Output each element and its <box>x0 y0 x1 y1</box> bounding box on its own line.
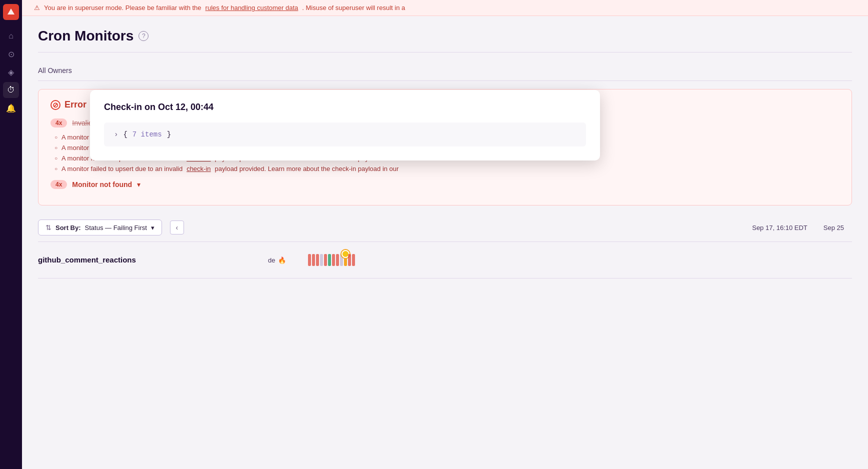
tooltip-json-area: › { 7 items } <box>104 122 586 146</box>
timeline-bar-empty <box>320 254 323 266</box>
sort-icon: ⇅ <box>46 224 52 232</box>
checkin-link-4[interactable]: check-in <box>186 165 210 172</box>
sidebar-nav-issues[interactable]: ⊙ <box>3 46 19 62</box>
sidebar-logo[interactable] <box>3 4 19 20</box>
timeline-bar-warning[interactable] <box>344 254 347 266</box>
superuser-link[interactable]: rules for handling customer data <box>206 4 298 12</box>
json-close-brace: } <box>167 130 171 138</box>
error-group-monitor-not-found: 4x Monitor not found ▾ <box>50 180 840 189</box>
sidebar-nav-performance[interactable]: ◈ <box>3 64 19 80</box>
header-divider <box>38 52 852 52</box>
checkin-tooltip: Check-in on Oct 12, 00:44 › { 7 items } <box>90 90 600 160</box>
error-title: Error <box>64 100 86 110</box>
fire-icon: 🔥 <box>278 256 286 264</box>
sidebar-nav-alerts[interactable]: 🔔 <box>3 100 19 116</box>
timeline-bar-error <box>352 254 355 266</box>
superuser-banner: ⚠ You are in superuser mode. Please be f… <box>22 0 868 16</box>
error-list-item: A monitor failed to upsert due to an inv… <box>54 164 840 174</box>
error-item-prefix-4: A monitor failed to upsert due to an inv… <box>62 165 182 172</box>
main-content: ⚠ You are in superuser mode. Please be f… <box>22 0 868 469</box>
superuser-text: You are in superuser mode. Please be fam… <box>44 4 202 12</box>
sort-by-label: Sort By: <box>56 224 81 232</box>
monitor-not-found-label: Monitor not found <box>72 180 132 188</box>
page-header: Cron Monitors ? <box>22 16 868 52</box>
error-count-badge-2: 4x <box>50 180 67 189</box>
warning-icon: ⚠ <box>34 4 40 12</box>
date-range: Sep 17, 16:10 EDT Sep 25 <box>752 224 852 232</box>
timeline-bars <box>308 252 355 268</box>
timeline-bar-ok <box>328 254 331 266</box>
nav-prev-button[interactable]: ‹ <box>170 220 184 234</box>
sidebar-nav-home[interactable]: ⌂ <box>3 28 19 44</box>
sort-chevron-icon: ▾ <box>151 224 154 232</box>
timeline-bar-error <box>312 254 315 266</box>
monitor-name[interactable]: github_comment_reactions <box>38 256 136 264</box>
tooltip-title: Check-in on Oct 12, 00:44 <box>104 102 586 112</box>
timeline-bar-error <box>316 254 319 266</box>
json-open-brace: { <box>123 130 127 138</box>
monitor-name-cell: github_comment_reactions <box>38 256 268 264</box>
error-circle-icon: ⊘ <box>50 100 60 110</box>
monitor-not-found-row: 4x Monitor not found ▾ <box>50 180 840 189</box>
timeline-bar-error <box>336 254 339 266</box>
date-start: Sep 17, 16:10 EDT <box>752 224 808 232</box>
timeline-area <box>308 250 852 270</box>
sidebar-nav-monitors[interactable]: ⏱ <box>3 82 19 98</box>
error-count-badge-1: 4x <box>50 118 67 128</box>
timeline-bar-error <box>348 254 351 266</box>
timeline-bar-error <box>332 254 335 266</box>
superuser-text-after: . Misuse of superuser will result in a <box>302 4 405 12</box>
sort-button[interactable]: ⇅ Sort By: Status — Failing First ▾ <box>38 220 162 236</box>
timeline-bar-error <box>324 254 327 266</box>
monitor-not-found-expand[interactable]: ▾ <box>137 180 140 188</box>
monitor-list-row: github_comment_reactions de 🔥 <box>38 242 852 278</box>
filter-bar: All Owners <box>38 60 852 81</box>
page-title: Cron Monitors <box>38 28 134 44</box>
help-icon[interactable]: ? <box>138 31 148 41</box>
sort-bar: ⇅ Sort By: Status — Failing First ▾ ‹ Se… <box>38 214 852 242</box>
owner-filter-label[interactable]: All Owners <box>38 66 72 74</box>
sidebar: ⌂ ⊙ ◈ ⏱ 🔔 <box>0 0 22 469</box>
monitor-env-cell: de 🔥 <box>268 256 308 264</box>
monitor-env-label: de <box>268 256 275 264</box>
error-item-suffix-4: payload provided. Learn more about the c… <box>215 165 399 172</box>
date-end: Sep 25 <box>824 224 844 232</box>
timeline-bar-error <box>308 254 311 266</box>
json-expand-icon[interactable]: › <box>114 130 118 138</box>
json-item-count: 7 items <box>132 130 162 138</box>
sort-value: Status — Failing First <box>85 224 147 232</box>
